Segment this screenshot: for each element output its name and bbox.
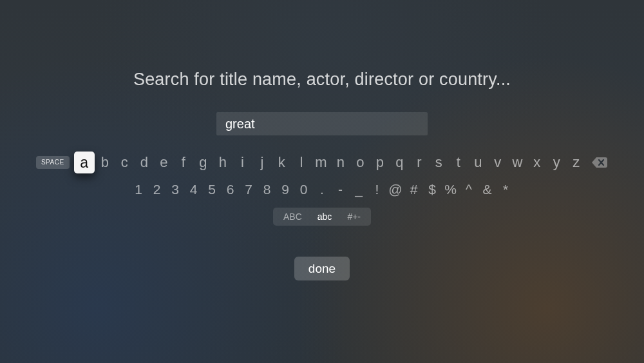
- key-f[interactable]: f: [174, 152, 194, 173]
- key-e[interactable]: e: [154, 152, 174, 173]
- key-d[interactable]: d: [135, 152, 155, 173]
- space-key[interactable]: SPACE: [36, 156, 70, 169]
- search-value: great: [225, 117, 255, 132]
- key-v[interactable]: v: [488, 152, 508, 173]
- key-6[interactable]: 6: [221, 181, 240, 199]
- key-dollar[interactable]: $: [423, 181, 442, 199]
- key-b[interactable]: b: [95, 152, 115, 173]
- mode-symbols[interactable]: #+-: [339, 208, 368, 226]
- search-input[interactable]: great: [216, 112, 428, 135]
- mode-lowercase[interactable]: abc: [310, 208, 340, 226]
- key-h[interactable]: h: [213, 152, 233, 173]
- key-underscore[interactable]: _: [350, 181, 368, 199]
- key-9[interactable]: 9: [276, 181, 295, 199]
- key-0[interactable]: 0: [294, 181, 313, 199]
- key-caret[interactable]: ^: [460, 181, 478, 199]
- key-dash[interactable]: -: [331, 181, 350, 199]
- keyboard-row-letters: SPACE a b c d e f g h i j k l m n o p q …: [36, 151, 608, 174]
- key-w[interactable]: w: [507, 152, 527, 173]
- key-5[interactable]: 5: [203, 181, 222, 199]
- key-k[interactable]: k: [272, 152, 292, 173]
- keyboard-mode-bar: ABC abc #+-: [273, 208, 371, 226]
- search-prompt: Search for title name, actor, director o…: [133, 70, 511, 90]
- key-n[interactable]: n: [331, 152, 351, 173]
- key-a[interactable]: a: [74, 152, 95, 173]
- key-8[interactable]: 8: [258, 181, 276, 199]
- key-z[interactable]: z: [567, 152, 587, 173]
- key-i[interactable]: i: [232, 152, 252, 173]
- key-exclaim[interactable]: !: [368, 181, 386, 199]
- key-o[interactable]: o: [350, 152, 370, 173]
- key-1[interactable]: 1: [129, 181, 148, 199]
- key-star[interactable]: *: [497, 181, 515, 199]
- key-percent[interactable]: %: [441, 181, 460, 199]
- mode-uppercase[interactable]: ABC: [276, 208, 310, 226]
- key-r[interactable]: r: [410, 152, 430, 173]
- key-c[interactable]: c: [115, 152, 135, 173]
- key-p[interactable]: p: [370, 152, 390, 173]
- key-2[interactable]: 2: [147, 181, 166, 199]
- key-m[interactable]: m: [311, 152, 331, 173]
- key-l[interactable]: l: [292, 152, 312, 173]
- key-s[interactable]: s: [429, 152, 449, 173]
- key-at[interactable]: @: [386, 181, 405, 199]
- key-hash[interactable]: #: [404, 181, 423, 199]
- key-j[interactable]: j: [252, 152, 272, 173]
- key-amp[interactable]: &: [478, 181, 497, 199]
- key-4[interactable]: 4: [184, 181, 203, 199]
- done-button[interactable]: done: [294, 257, 350, 280]
- delete-key[interactable]: [591, 156, 608, 169]
- key-period[interactable]: .: [313, 181, 332, 199]
- key-3[interactable]: 3: [166, 181, 185, 199]
- key-t[interactable]: t: [449, 152, 469, 173]
- keyboard-row-digits: 1 2 3 4 5 6 7 8 9 0 . - _ ! @ # $ % ^ & …: [129, 181, 515, 199]
- key-u[interactable]: u: [468, 152, 488, 173]
- key-y[interactable]: y: [547, 152, 567, 173]
- backspace-icon: [591, 157, 608, 168]
- key-g[interactable]: g: [193, 152, 213, 173]
- key-x[interactable]: x: [527, 152, 547, 173]
- key-7[interactable]: 7: [240, 181, 258, 199]
- key-q[interactable]: q: [390, 152, 410, 173]
